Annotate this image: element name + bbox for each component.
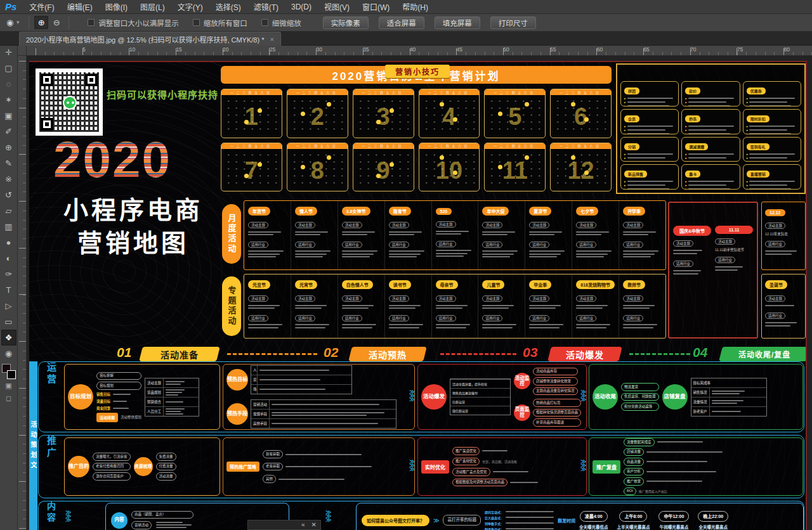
ruler-number: 5 (82, 46, 86, 53)
ruler-number: 65 (643, 46, 649, 53)
burst-table: 活动全面放量，提升转化预售商品尾款催付社群运营微信群运营 (450, 378, 511, 415)
activity-title: 情人节 (295, 207, 317, 216)
background-color[interactable] (7, 370, 16, 379)
menu-item[interactable]: 文字(Y) (171, 0, 209, 14)
close-icon[interactable]: ✕ (311, 522, 317, 528)
healing-brush-tool[interactable]: ⊕ (1, 139, 16, 155)
checkbox-scrubby-zoom[interactable]: 细微缩放 (261, 18, 301, 28)
checkbox-icon (88, 19, 95, 26)
type-tool[interactable]: T (1, 282, 16, 298)
checkbox-resize-windows[interactable]: 调整窗口大小以满屏显示 (88, 18, 179, 28)
tip-title: 限时折扣 (747, 115, 769, 122)
promo-title: 11.11 (715, 226, 753, 234)
menu-item[interactable]: 帮助(H) (396, 0, 435, 14)
date-grid (422, 98, 476, 135)
zoom-tool[interactable]: ◉ (1, 346, 16, 361)
eyedropper-tool[interactable]: ✐ (1, 124, 16, 139)
eraser-tool[interactable]: ▱ (1, 203, 16, 219)
highlight-date (258, 162, 262, 167)
send-time-item: 上午8:00 上半天曝光最高点 (617, 511, 650, 530)
monthly-activity-column: 520 活动主题 适用行业 (432, 201, 479, 269)
promo-phase4: 推广复盘 流量数据完成度 店铺流量 商品流量 客户分析 推广效果 ROI推广费用… (589, 437, 803, 496)
special-promos-box: 国庆&中秋节 活动主题 适用行业 11.11 活动主题 11.11剁手党狂欢节 … (668, 202, 758, 339)
tip-title: 会员 (624, 115, 639, 122)
close-icon[interactable]: × (270, 36, 273, 43)
highlight-date (453, 171, 457, 175)
magic-wand-tool[interactable]: ✶ (1, 92, 16, 108)
zoom-in-button[interactable]: ⊕ (34, 16, 48, 29)
menu-item[interactable]: 选择(S) (209, 0, 247, 14)
blur-tool[interactable]: ● (1, 235, 16, 250)
ruler-number: 60 (597, 46, 603, 53)
history-brush-tool[interactable]: ↺ (1, 187, 16, 203)
themed-activity-column: 元宵节 活动主题 适用行业 (291, 275, 338, 338)
ruler-number: 25 (270, 46, 275, 53)
qr-corner (41, 74, 53, 86)
highlight-date (390, 162, 394, 167)
date-grid (488, 152, 542, 189)
monthly-activity-column: 踏青节 活动主题 适用行业 (385, 201, 432, 269)
operations-row: 运营 目标规划 目标拆解 目标规划 销售目标 流量目标 资金回笼 活动排期活动整… (38, 361, 804, 432)
move-tool[interactable]: ✛ (1, 44, 16, 60)
clone-stamp-tool[interactable]: ※ (1, 171, 16, 187)
checkbox-zoom-all-windows[interactable]: 缩放所有窗口 (193, 18, 247, 28)
lasso-tool[interactable]: ◌ (1, 76, 16, 92)
flow-arrows-icon: ≫≫≫ (65, 510, 71, 522)
tools: ✛▢◌✶▣✐⊕✎※↺▱▥●◐✑T▷▭❖◉ (1, 44, 16, 361)
marquee-tool[interactable]: ▢ (1, 60, 16, 76)
date-grid (488, 98, 542, 135)
gradient-tool[interactable]: ▥ (1, 219, 16, 235)
menu-item[interactable]: 图像(I) (99, 0, 134, 14)
canvas-area[interactable]: 扫码可以获得小程序扶持 2020 小程序电商 营销地图 2020营销日历&全年营… (27, 56, 812, 530)
zoom-tool-preview[interactable]: ◉▼ (0, 18, 24, 27)
menu-item[interactable]: 滤镜(T) (247, 0, 285, 14)
themed-activity-column: 818发烧购物节 活动主题 适用行业 (572, 275, 619, 338)
themed-activity-column: 元旦节 活动主题 适用行业 (244, 275, 291, 338)
screen-mode-icon[interactable]: ◻ (1, 392, 16, 404)
tip-card: 新品预售 ▸ ▸ ▸ (620, 164, 679, 190)
menu-item[interactable]: 窗口(W) (356, 0, 396, 14)
print-size-button[interactable]: 打印尺寸 (490, 16, 536, 29)
month-card: 一二三四五六日 4 (419, 89, 480, 138)
flow-arrows-icon: ≫≫≫ (325, 510, 331, 522)
path-selection-tool[interactable]: ▷ (1, 298, 16, 314)
quick-mask-icon[interactable]: ▣ (1, 379, 16, 392)
ruler-left (18, 56, 27, 530)
fit-screen-button[interactable]: 适合屏幕 (379, 16, 424, 29)
themed-activities-label: 专题活动 (222, 276, 241, 336)
menu-item[interactable]: 文件(F) (23, 0, 60, 14)
shape-tool[interactable]: ▭ (1, 314, 16, 330)
ops-phase2: 预热目标 人 货 场 预热手段 营销活动 常规手段 其他手段 (223, 364, 415, 430)
hand-tool[interactable]: ❖ (1, 330, 16, 346)
menu-item[interactable]: 视图(V) (318, 0, 356, 14)
zoom-out-button[interactable]: ⊖ (49, 16, 63, 29)
theme-label: 活动主题 (342, 222, 362, 228)
menu-item[interactable]: 编辑(E) (61, 0, 99, 14)
send-times: 凌晨4:00 全天曝光最低点 上午8:00 上半天曝光最高点 中午12:00 午… (579, 511, 728, 530)
document-tab[interactable]: 2020小程序电商营销地图.jpg @ 12.5% (扫码可以获得小程序扶持, … (19, 32, 281, 46)
color-swatches[interactable] (2, 364, 16, 379)
activity-title: 年货节 (248, 207, 270, 216)
highlight-date (440, 155, 444, 160)
menu-item[interactable]: 图层(L) (134, 0, 171, 14)
node-open-rate-question: 如何提高公众号图文打开率？ (362, 515, 429, 526)
monthly-activity-column: 情人节 活动主题 适用行业 (291, 201, 338, 269)
crop-tool[interactable]: ▣ (1, 108, 16, 124)
brush-tool[interactable]: ✎ (1, 155, 16, 171)
poster-title-line2: 营销地图 (38, 223, 228, 259)
dodge-tool[interactable]: ◐ (1, 250, 16, 266)
wechat-icon (63, 96, 77, 110)
collapse-icon[interactable]: « (301, 522, 305, 528)
pen-tool[interactable]: ✑ (1, 266, 16, 282)
highlight-date (376, 174, 381, 178)
phase-1-badge: 活动准备 (139, 347, 220, 361)
ruler-number: 45 (457, 46, 462, 53)
node-goal-planning: 目标规划 (68, 384, 93, 410)
ruler-number: 55 (550, 46, 556, 53)
actual-pixels-button[interactable]: 实际像素 (323, 16, 369, 29)
ruler-corner (18, 46, 27, 56)
checkbox-icon (193, 19, 200, 26)
menu-item[interactable]: 3D(D) (285, 0, 318, 14)
promo-phase2: 预热推广策略 新客获取 老客获取 其他 (223, 437, 415, 496)
fill-screen-button[interactable]: 填充屏幕 (435, 16, 480, 29)
